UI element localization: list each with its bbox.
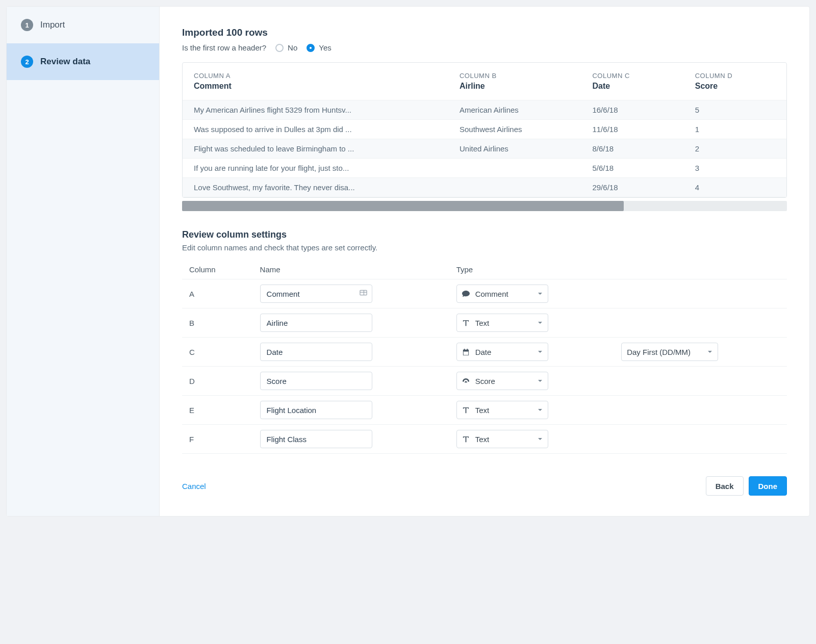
cell-airline — [448, 159, 581, 178]
cell-score: 3 — [684, 159, 786, 178]
table-row: Was supposed to arrive in Dulles at 3pm … — [183, 120, 786, 139]
settings-row: DScore — [182, 367, 787, 396]
settings-title: Review column settings — [182, 229, 787, 240]
preview-header: COLUMN A Comment — [183, 63, 448, 100]
header-question-row: Is the first row a header? No Yes — [182, 43, 787, 52]
column-type-select[interactable]: Text — [456, 314, 548, 332]
column-name-cell — [253, 338, 449, 367]
cell-date: 8/6/18 — [581, 139, 683, 159]
card-icon — [360, 289, 367, 299]
column-name-cell — [253, 308, 449, 338]
column-code: COLUMN A — [194, 72, 437, 80]
column-extra-cell — [614, 367, 787, 396]
settings-row: FText — [182, 425, 787, 454]
import-wizard: 1 Import 2 Review data Imported 100 rows… — [6, 6, 810, 517]
column-type-cell: Score — [449, 367, 614, 396]
cancel-link[interactable]: Cancel — [182, 482, 206, 491]
step-review-data[interactable]: 2 Review data — [7, 43, 159, 80]
table-row: If you are running late for your flight,… — [183, 159, 786, 178]
radio-no[interactable]: No — [275, 43, 297, 52]
text-icon — [462, 319, 470, 327]
column-type-select[interactable]: Comment — [456, 285, 548, 303]
header-radio-group: No Yes — [275, 43, 332, 52]
column-type-select[interactable]: Text — [456, 401, 548, 419]
scrollbar-thumb[interactable] — [182, 201, 624, 211]
back-button[interactable]: Back — [706, 476, 744, 496]
header-question: Is the first row a header? — [182, 43, 266, 52]
type-label: Text — [475, 406, 490, 415]
column-name: Score — [695, 82, 775, 91]
column-name-input[interactable] — [260, 401, 372, 419]
score-icon — [462, 377, 470, 385]
column-letter: F — [182, 425, 253, 454]
preview-header: COLUMN B Airline — [448, 63, 581, 100]
step-import[interactable]: 1 Import — [7, 7, 159, 43]
date-icon — [462, 348, 470, 356]
date-format-label: Day First (DD/MM) — [627, 348, 691, 356]
table-row: My American Airlines flight 5329 from Hu… — [183, 100, 786, 120]
date-format-select[interactable]: Day First (DD/MM) — [621, 343, 718, 361]
chevron-down-icon — [538, 348, 543, 356]
column-type-cell: Text — [449, 425, 614, 454]
column-name-input[interactable] — [260, 430, 372, 448]
radio-label: Yes — [319, 43, 331, 52]
chevron-down-icon — [538, 290, 543, 298]
cell-comment: My American Airlines flight 5329 from Hu… — [183, 100, 448, 120]
settings-subtitle: Edit column names and check that types a… — [182, 243, 787, 252]
column-code: COLUMN D — [695, 72, 775, 80]
done-button[interactable]: Done — [749, 476, 787, 496]
settings-header-name: Name — [253, 260, 449, 279]
svg-rect-0 — [360, 290, 367, 295]
footer-buttons: Back Done — [706, 476, 787, 496]
page-title: Imported 100 rows — [182, 27, 787, 38]
step-badge: 1 — [21, 19, 33, 31]
chevron-down-icon — [538, 377, 543, 385]
settings-row: AComment — [182, 279, 787, 308]
type-label: Date — [475, 348, 492, 356]
settings-row: EText — [182, 396, 787, 425]
radio-label: No — [288, 43, 297, 52]
chevron-down-icon — [538, 319, 543, 327]
column-extra-cell — [614, 308, 787, 338]
column-type-select[interactable]: Score — [456, 372, 548, 390]
settings-row: BText — [182, 308, 787, 338]
column-letter: C — [182, 338, 253, 367]
table-row: Love Southwest, my favorite. They never … — [183, 178, 786, 197]
settings-header-column: Column — [182, 260, 253, 279]
column-type-cell: Text — [449, 308, 614, 338]
cell-score: 1 — [684, 120, 786, 139]
column-type-select[interactable]: Date — [456, 343, 548, 361]
column-type-select[interactable]: Text — [456, 430, 548, 448]
column-extra-cell — [614, 279, 787, 308]
cell-comment: Was supposed to arrive in Dulles at 3pm … — [183, 120, 448, 139]
column-type-cell: Text — [449, 396, 614, 425]
column-name-input[interactable] — [260, 372, 372, 390]
column-name-cell — [253, 367, 449, 396]
cell-comment: If you are running late for your flight,… — [183, 159, 448, 178]
column-name-cell — [253, 396, 449, 425]
column-extra-cell: Day First (DD/MM) — [614, 338, 787, 367]
column-name: Date — [592, 82, 672, 91]
column-letter: E — [182, 396, 253, 425]
radio-yes[interactable]: Yes — [307, 43, 331, 52]
preview-header: COLUMN D Score — [684, 63, 786, 100]
settings-row: CDateDay First (DD/MM) — [182, 338, 787, 367]
type-label: Comment — [475, 290, 508, 298]
column-letter: A — [182, 279, 253, 308]
column-name-input[interactable] — [260, 343, 372, 361]
column-name-input[interactable] — [260, 285, 372, 303]
column-code: COLUMN C — [592, 72, 672, 80]
chevron-down-icon — [538, 435, 543, 443]
settings-header-type: Type — [449, 260, 614, 279]
column-extra-cell — [614, 425, 787, 454]
cell-airline: American Airlines — [448, 100, 581, 120]
cell-comment: Flight was scheduled to leave Birmingham… — [183, 139, 448, 159]
type-label: Score — [475, 377, 495, 385]
table-row: Flight was scheduled to leave Birmingham… — [183, 139, 786, 159]
step-label: Import — [40, 20, 65, 30]
chevron-down-icon — [538, 406, 543, 414]
column-name-input[interactable] — [260, 314, 372, 332]
radio-dot-icon — [275, 44, 284, 52]
cell-score: 2 — [684, 139, 786, 159]
horizontal-scrollbar[interactable] — [182, 201, 787, 211]
